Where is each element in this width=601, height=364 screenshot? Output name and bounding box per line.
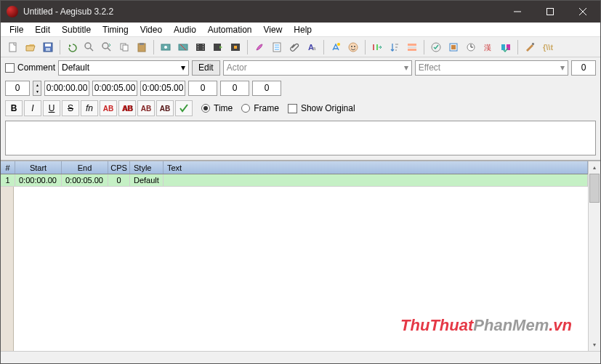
scroll-thumb[interactable] [589, 174, 600, 203]
underline-button[interactable]: U [43, 100, 60, 116]
video-open-icon[interactable] [158, 39, 174, 55]
col-cps[interactable]: CPS [108, 161, 130, 174]
menu-video[interactable]: Video [134, 23, 168, 36]
scroll-up-icon[interactable]: ▴ [589, 161, 600, 174]
menu-view[interactable]: View [258, 23, 289, 36]
styles-manager-icon[interactable] [498, 39, 514, 55]
cycle-tag-hiding-icon[interactable]: {\\t} [539, 39, 555, 55]
sort-icon[interactable] [387, 39, 403, 55]
grid-margin [1, 187, 14, 351]
font-button[interactable]: fn [81, 100, 98, 116]
margin-right-field[interactable]: 0 [571, 60, 596, 76]
svg-point-38 [351, 46, 352, 47]
edit-style-button[interactable]: Edit [192, 60, 220, 76]
comment-label: Comment [17, 62, 55, 73]
table-row[interactable]: 1 0:00:00.00 0:00:05.00 0 Default [1, 174, 588, 187]
close-button[interactable] [566, 1, 599, 23]
resample-icon[interactable] [445, 39, 461, 55]
new-file-icon[interactable] [5, 39, 21, 55]
col-style[interactable]: Style [130, 161, 164, 174]
margin-r-field[interactable]: 0 [220, 81, 249, 96]
svg-rect-57 [532, 43, 534, 45]
layer-field[interactable]: 0 [5, 81, 30, 96]
col-end[interactable]: End [62, 161, 108, 174]
select-lines-icon[interactable] [404, 39, 420, 55]
svg-point-10 [102, 43, 108, 49]
spellcheck-icon[interactable] [428, 39, 444, 55]
subtitle-text-input[interactable] [5, 121, 596, 155]
scroll-down-icon[interactable]: ▾ [589, 339, 600, 351]
svg-rect-7 [46, 48, 50, 51]
italic-button[interactable]: I [24, 100, 41, 116]
menu-automation[interactable]: Automation [202, 23, 258, 36]
save-file-icon[interactable] [40, 39, 56, 55]
menu-subtitle[interactable]: Subtitle [56, 23, 97, 36]
svg-rect-1 [546, 9, 553, 15]
time-radio[interactable] [201, 104, 210, 113]
shift-times-icon[interactable] [369, 39, 385, 55]
automation-icon[interactable] [328, 39, 344, 55]
open-file-icon[interactable] [23, 39, 39, 55]
grid-header: # Start End CPS Style Text [1, 161, 588, 174]
svg-rect-21 [198, 44, 198, 45]
margin-l-field[interactable]: 0 [188, 81, 217, 96]
comment-checkbox[interactable] [5, 63, 15, 73]
start-time-field[interactable]: 0:00:00.00 [44, 81, 89, 96]
outline-color-button[interactable]: AB [137, 100, 155, 116]
menu-edit[interactable]: Edit [29, 23, 56, 36]
styling-assistant-icon[interactable] [251, 39, 267, 55]
horizontal-scrollbar[interactable] [1, 351, 600, 363]
show-original-checkbox[interactable] [288, 104, 297, 113]
find-icon[interactable] [81, 39, 97, 55]
shadow-color-button[interactable]: AB [156, 100, 174, 116]
maximize-button[interactable] [533, 1, 566, 23]
duration-field[interactable]: 0:00:05.00 [140, 81, 185, 96]
strikeout-button[interactable]: S [62, 100, 79, 116]
bold-button[interactable]: B [5, 100, 23, 116]
col-number[interactable]: # [1, 161, 15, 174]
film-icon[interactable] [193, 39, 209, 55]
menu-help[interactable]: Help [288, 23, 318, 36]
margin-v-field[interactable]: 0 [252, 81, 281, 96]
timing-postprocessor-icon[interactable] [463, 39, 479, 55]
vertical-scrollbar[interactable]: ▴ ▾ [588, 161, 600, 351]
cell-cps: 0 [108, 174, 130, 187]
options-icon[interactable] [522, 39, 538, 55]
replace-icon[interactable] [99, 39, 115, 55]
col-start[interactable]: Start [15, 161, 62, 174]
video-close-icon[interactable] [175, 39, 191, 55]
film-settings-icon[interactable] [227, 39, 243, 55]
primary-color-button[interactable]: AB [100, 100, 117, 116]
effect-combo[interactable]: Effect ▾ [415, 60, 568, 76]
fonts-collector-icon[interactable]: Aa [304, 39, 320, 55]
paste-icon[interactable] [134, 39, 150, 55]
menu-audio[interactable]: Audio [168, 23, 202, 36]
svg-rect-55 [501, 44, 505, 50]
app-icon [7, 6, 18, 17]
style-combo[interactable]: Default ▾ [58, 60, 189, 76]
svg-rect-47 [408, 49, 416, 51]
menu-file[interactable]: File [4, 23, 29, 36]
attachments-icon[interactable] [286, 39, 302, 55]
frame-radio[interactable] [241, 104, 250, 113]
properties-icon[interactable] [269, 39, 285, 55]
secondary-color-button[interactable]: AB [118, 100, 136, 116]
menu-timing[interactable]: Timing [97, 23, 134, 36]
actor-combo[interactable]: Actor ▾ [223, 60, 412, 76]
minimize-button[interactable] [501, 1, 533, 23]
svg-text:漢: 漢 [484, 44, 491, 52]
assdraw-icon[interactable] [345, 39, 361, 55]
commit-button[interactable] [175, 100, 193, 116]
end-time-field[interactable]: 0:00:05.00 [92, 81, 137, 96]
copy-icon[interactable] [116, 39, 132, 55]
col-text[interactable]: Text [164, 161, 588, 174]
undo-icon[interactable] [64, 39, 80, 55]
svg-text:{\\t}: {\\t} [543, 43, 553, 52]
chevron-down-icon: ▾ [181, 62, 185, 73]
window-title: Untitled - Aegisub 3.2.2 [23, 7, 501, 17]
film-jump-icon[interactable] [210, 39, 226, 55]
svg-rect-29 [234, 46, 237, 49]
timing-row: 0 ▴▾ 0:00:00.00 0:00:05.00 0:00:05.00 0 … [1, 78, 600, 98]
layer-spinner[interactable]: ▴▾ [33, 81, 41, 96]
kanji-timer-icon[interactable]: 漢 [480, 39, 496, 55]
